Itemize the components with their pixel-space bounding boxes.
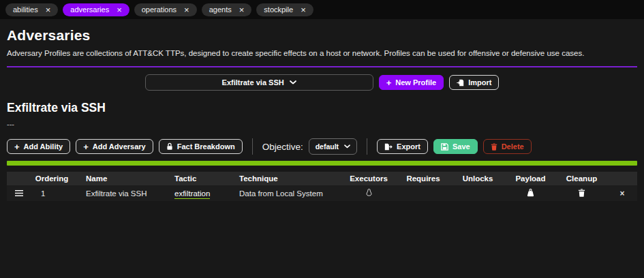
add-adversary-button[interactable]: + Add Adversary xyxy=(76,139,153,154)
col-remove xyxy=(607,172,637,185)
abilities-progress-bar xyxy=(7,161,637,166)
tab-stockpile[interactable]: stockpile × xyxy=(256,3,313,16)
close-icon[interactable]: × xyxy=(46,5,51,14)
plus-icon: + xyxy=(386,78,392,87)
plus-icon: + xyxy=(14,142,20,151)
toolbar-divider xyxy=(367,138,367,155)
new-profile-button[interactable]: + New Profile xyxy=(379,75,444,90)
remove-ability-icon[interactable]: × xyxy=(619,189,624,198)
tab-operations[interactable]: operations × xyxy=(134,3,197,16)
tab-label: adversaries xyxy=(70,5,109,14)
tab-label: operations xyxy=(142,5,177,14)
add-ability-button[interactable]: + Add Ability xyxy=(7,139,70,154)
import-icon xyxy=(457,79,464,87)
objective-select-value: default xyxy=(316,142,339,151)
table-header-row: Ordering Name Tactic Technique Executors… xyxy=(7,172,637,185)
export-icon xyxy=(384,143,393,151)
save-icon xyxy=(441,143,448,151)
chevron-down-icon xyxy=(344,144,350,149)
profile-select-value: Exfiltrate via SSH xyxy=(222,78,284,87)
ability-technique: Data from Local System xyxy=(239,185,341,201)
tab-label: abilities xyxy=(13,5,38,14)
ability-requires xyxy=(396,185,450,201)
drag-handle-icon[interactable] xyxy=(15,190,23,196)
page-title: Adversaries xyxy=(7,27,637,44)
main-content: Adversaries Adversary Profiles are colle… xyxy=(0,27,644,201)
col-payload: Payload xyxy=(505,172,556,185)
delete-button[interactable]: Delete xyxy=(483,139,532,154)
col-executors: Executors xyxy=(341,172,396,185)
chevron-down-icon xyxy=(290,80,296,84)
col-ordering: Ordering xyxy=(31,172,72,185)
close-icon[interactable]: × xyxy=(301,5,306,14)
page-description: Adversary Profiles are collections of AT… xyxy=(7,49,637,57)
lock-icon xyxy=(166,142,173,151)
import-button[interactable]: Import xyxy=(449,75,499,90)
tab-agents[interactable]: agents × xyxy=(202,3,252,16)
drag-handle-column xyxy=(7,172,31,185)
fact-breakdown-button[interactable]: Fact Breakdown xyxy=(159,139,243,154)
close-icon[interactable]: × xyxy=(184,5,189,14)
objective-select[interactable]: default xyxy=(309,138,357,155)
tab-label: agents xyxy=(209,5,232,14)
profile-description: --- xyxy=(7,120,637,128)
profile-toolbar: + Add Ability + Add Adversary Fact Break… xyxy=(7,138,637,155)
linux-executor-icon xyxy=(365,188,373,197)
col-cleanup: Cleanup xyxy=(556,172,607,185)
col-unlocks: Unlocks xyxy=(450,172,505,185)
ability-row: 1 Exfiltrate via SSH exfiltration Data f… xyxy=(7,185,637,201)
tab-bar: abilities × adversaries × operations × a… xyxy=(0,0,644,19)
objective-label: Objective: xyxy=(262,142,303,152)
plus-icon: + xyxy=(83,142,89,151)
cleanup-trash-icon[interactable] xyxy=(578,189,585,197)
profile-name-heading: Exfiltrate via SSH xyxy=(7,101,637,114)
trash-icon xyxy=(491,143,497,151)
payload-weight-icon[interactable] xyxy=(526,189,535,197)
ability-ordering: 1 xyxy=(31,185,72,201)
purple-divider xyxy=(7,66,637,67)
ability-tactic-link[interactable]: exfiltration xyxy=(174,189,210,199)
close-icon[interactable]: × xyxy=(117,5,122,14)
col-requires: Requires xyxy=(396,172,450,185)
profile-select[interactable]: Exfiltrate via SSH xyxy=(145,74,373,91)
toolbar-divider xyxy=(252,138,253,155)
ability-unlocks xyxy=(450,185,505,201)
tab-label: stockpile xyxy=(264,5,293,14)
export-button[interactable]: Export xyxy=(377,139,428,154)
col-name: Name xyxy=(72,172,174,185)
col-technique: Technique xyxy=(239,172,341,185)
save-button[interactable]: Save xyxy=(433,139,478,154)
ability-name: Exfiltrate via SSH xyxy=(72,185,174,201)
tab-abilities[interactable]: abilities × xyxy=(5,3,58,16)
profile-picker-row: Exfiltrate via SSH + New Profile Import xyxy=(7,74,637,91)
tab-adversaries[interactable]: adversaries × xyxy=(63,3,129,16)
abilities-table: Ordering Name Tactic Technique Executors… xyxy=(7,172,637,201)
col-tactic: Tactic xyxy=(174,172,239,185)
close-icon[interactable]: × xyxy=(239,5,245,14)
